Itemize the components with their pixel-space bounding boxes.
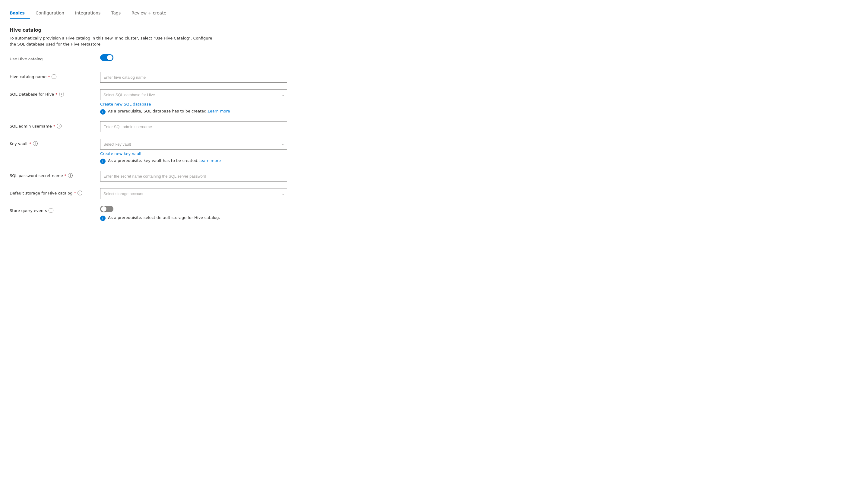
tab-tags[interactable]: Tags: [111, 7, 126, 19]
key-vault-info-icon[interactable]: i: [33, 141, 38, 146]
hive-catalog-name-info-icon[interactable]: i: [52, 74, 56, 79]
tab-integrations[interactable]: Integrations: [75, 7, 106, 19]
default-storage-info-icon[interactable]: i: [78, 191, 82, 195]
use-hive-catalog-row: Use Hive catalog: [10, 54, 322, 65]
section-title: Hive catalog: [10, 27, 322, 33]
sql-admin-username-required: *: [53, 124, 56, 128]
hive-catalog-name-control: [100, 72, 287, 83]
sql-admin-username-control: [100, 121, 287, 132]
sql-database-info-circle: i: [100, 109, 105, 115]
sql-database-control: Select SQL database for Hive ⌵ Create ne…: [100, 89, 287, 115]
store-query-events-toggle[interactable]: [100, 206, 114, 212]
hive-catalog-name-input[interactable]: [100, 72, 287, 83]
sql-database-learn-more[interactable]: Learn more: [208, 109, 230, 113]
sql-password-secret-control: [100, 171, 287, 182]
sql-database-required: *: [56, 92, 58, 97]
use-hive-catalog-toggle[interactable]: [100, 54, 114, 61]
key-vault-info-banner: i As a prerequisite, key vault has to be…: [100, 158, 287, 164]
sql-password-secret-info-icon[interactable]: i: [68, 173, 73, 178]
use-hive-catalog-toggle-wrap: [100, 54, 287, 61]
key-vault-row: Key vault * i Select key vault ⌵ Create …: [10, 139, 322, 164]
default-storage-select[interactable]: Select storage account: [100, 188, 287, 199]
store-query-events-control: i As a prerequisite, select default stor…: [100, 206, 287, 221]
sql-database-info-text: As a prerequisite, SQL database has to b…: [108, 109, 230, 113]
default-storage-dropdown-wrap: Select storage account ⌵: [100, 188, 287, 199]
use-hive-catalog-control: [100, 54, 287, 61]
tab-basics[interactable]: Basics: [10, 7, 30, 19]
key-vault-required: *: [29, 141, 31, 146]
sql-database-info-icon[interactable]: i: [59, 92, 64, 97]
store-query-events-thumb: [101, 206, 106, 212]
tab-configuration[interactable]: Configuration: [36, 7, 70, 19]
tab-review-create[interactable]: Review + create: [131, 7, 172, 19]
store-query-events-info-text: As a prerequisite, select default storag…: [108, 215, 220, 220]
sql-database-row: SQL Database for Hive * i Select SQL dat…: [10, 89, 322, 115]
key-vault-learn-more[interactable]: Learn more: [198, 158, 221, 163]
sql-database-select[interactable]: Select SQL database for Hive: [100, 89, 287, 100]
key-vault-info-text: As a prerequisite, key vault has to be c…: [108, 158, 221, 163]
create-key-vault-link[interactable]: Create new key vault: [100, 151, 142, 156]
store-query-events-info-circle: i: [100, 216, 105, 221]
default-storage-control: Select storage account ⌵: [100, 188, 287, 199]
sql-database-dropdown-wrap: Select SQL database for Hive ⌵: [100, 89, 287, 100]
key-vault-control: Select key vault ⌵ Create new key vault …: [100, 139, 287, 164]
sql-password-secret-input[interactable]: [100, 171, 287, 182]
hive-catalog-name-row: Hive catalog name * i: [10, 72, 322, 83]
sql-admin-username-input[interactable]: [100, 121, 287, 132]
sql-password-secret-label: SQL password secret name * i: [10, 171, 100, 178]
sql-database-info-banner: i As a prerequisite, SQL database has to…: [100, 109, 287, 115]
hive-catalog-name-label: Hive catalog name * i: [10, 72, 100, 79]
section-description: To automatically provision a Hive catalo…: [10, 35, 215, 47]
key-vault-dropdown-wrap: Select key vault ⌵: [100, 139, 287, 150]
create-sql-database-link[interactable]: Create new SQL database: [100, 102, 151, 106]
default-storage-label: Default storage for Hive catalog * i: [10, 188, 100, 195]
store-query-events-label: Store query events i: [10, 206, 100, 213]
key-vault-select[interactable]: Select key vault: [100, 139, 287, 150]
sql-admin-username-row: SQL admin username * i: [10, 121, 322, 132]
sql-database-label: SQL Database for Hive * i: [10, 89, 100, 97]
main-container: Basics Configuration Integrations Tags R…: [0, 0, 332, 235]
default-storage-required: *: [74, 191, 76, 195]
use-hive-catalog-thumb: [107, 55, 113, 60]
hive-catalog-name-required: *: [48, 74, 50, 79]
store-query-events-toggle-wrap: [100, 206, 287, 212]
sql-admin-username-info-icon[interactable]: i: [57, 124, 62, 128]
default-storage-row: Default storage for Hive catalog * i Sel…: [10, 188, 322, 199]
store-query-events-row: Store query events i i As a prerequisite…: [10, 206, 322, 221]
key-vault-label: Key vault * i: [10, 139, 100, 146]
sql-admin-username-label: SQL admin username * i: [10, 121, 100, 128]
key-vault-info-circle: i: [100, 159, 105, 164]
use-hive-catalog-label: Use Hive catalog: [10, 54, 100, 61]
sql-password-secret-required: *: [65, 173, 67, 178]
store-query-events-info-banner: i As a prerequisite, select default stor…: [100, 215, 287, 221]
sql-password-secret-row: SQL password secret name * i: [10, 171, 322, 182]
store-query-events-info-icon[interactable]: i: [49, 208, 53, 213]
tabs-nav: Basics Configuration Integrations Tags R…: [10, 7, 322, 19]
